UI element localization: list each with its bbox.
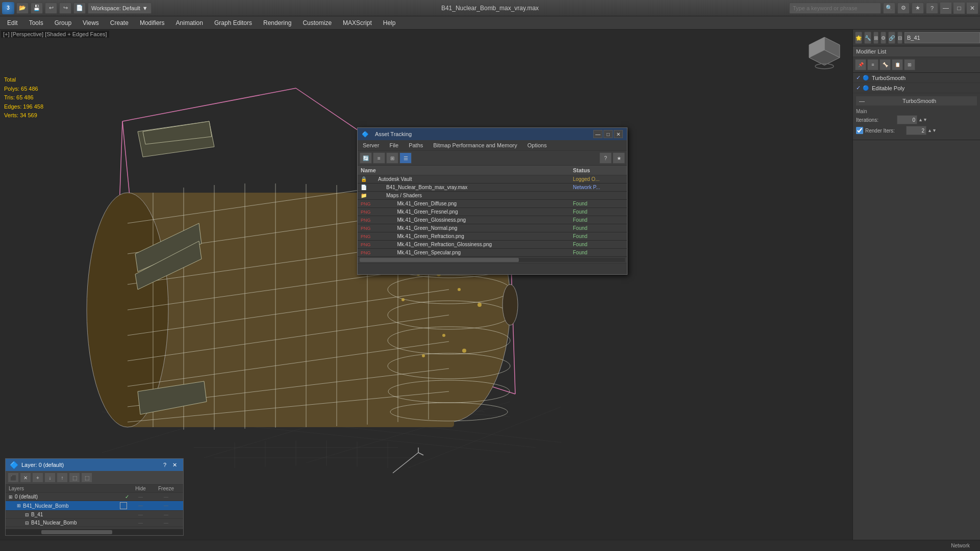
layer-row-1[interactable]: ⊞ B41_Nuclear_Bomb — —: [6, 501, 183, 511]
asset-tb-btn-3[interactable]: ⊞: [386, 152, 398, 164]
redo-button[interactable]: ↪: [59, 3, 71, 14]
layer-col-name: Layers: [9, 486, 129, 491]
mod-icon-paste[interactable]: 📋: [892, 59, 903, 70]
open-button[interactable]: 📂: [16, 3, 29, 14]
asset-scrollbar[interactable]: [360, 258, 625, 262]
stats-tris: Tris: 65 486: [4, 93, 43, 102]
layer-scrollbar-thumb[interactable]: [41, 530, 112, 534]
layer-row-3[interactable]: ⊟ B41_Nuclear_Bomb — —: [6, 519, 183, 527]
modifier-turbosmooth[interactable]: ✓ 🔵 TurboSmooth: [853, 73, 980, 83]
asset-tb-btn-1[interactable]: 🔄: [360, 152, 372, 164]
menu-modifiers[interactable]: Modifiers: [135, 18, 170, 28]
layer-tb-btn-5[interactable]: ⬚: [69, 473, 80, 483]
layer-tb-btn-down[interactable]: ↓: [44, 473, 56, 483]
asset-row-9[interactable]: PNG Mk.41_Green_Specular.png Found: [358, 249, 627, 257]
maximize-button[interactable]: □: [953, 3, 965, 14]
layer-tb-btn-6[interactable]: ⬚: [81, 473, 92, 483]
asset-status-1: Network P...: [573, 185, 624, 190]
ts-main-label: Main: [856, 108, 977, 115]
mod-icon-list[interactable]: ≡: [867, 59, 878, 70]
layer-table-header: Layers Hide Freeze: [6, 485, 183, 493]
asset-menu-file[interactable]: File: [384, 140, 404, 150]
asset-tb-btn-4[interactable]: ☰: [399, 152, 412, 164]
mod-icon-pin[interactable]: 📌: [855, 59, 866, 70]
search-input[interactable]: [789, 3, 881, 14]
layer-tb-btn-up[interactable]: ↑: [57, 473, 68, 483]
asset-tb-btn-help[interactable]: ?: [599, 152, 612, 164]
asset-row-5[interactable]: PNG Mk.41_Green_Glossiness.png Found: [358, 216, 627, 224]
mod-icon-extra[interactable]: ⊞: [904, 59, 915, 70]
menu-help[interactable]: Help: [378, 18, 401, 28]
save-button[interactable]: 💾: [31, 3, 43, 14]
menu-bar: Edit Tools Group Views Create Modifiers …: [0, 16, 980, 30]
favorites-icon[interactable]: ★: [912, 3, 924, 14]
status-bar: Network: [0, 540, 980, 551]
layer-tb-btn-add[interactable]: +: [32, 473, 43, 483]
mod-icon-bone[interactable]: 🦴: [880, 59, 891, 70]
menu-animation[interactable]: Animation: [171, 18, 208, 28]
asset-row-4[interactable]: PNG Mk.41_Green_Fresnel.png Found: [358, 208, 627, 216]
help-icon[interactable]: ?: [926, 3, 938, 14]
menu-edit[interactable]: Edit: [2, 18, 23, 28]
panel-icon-btn-1[interactable]: 🌟: [855, 32, 862, 44]
search-icon[interactable]: 🔍: [883, 3, 895, 14]
asset-menu-bitmap[interactable]: Bitmap Performance and Memory: [428, 140, 522, 150]
object-name-input[interactable]: [904, 32, 980, 43]
asset-row-1[interactable]: 📄 B41_Nuclear_Bomb_max_vray.max Network …: [358, 183, 627, 192]
modifier-editable-poly[interactable]: ✓ 🔵 Editable Poly: [853, 83, 980, 93]
undo-button[interactable]: ↩: [45, 3, 57, 14]
menu-graph-editors[interactable]: Graph Editors: [209, 18, 257, 28]
asset-row-0[interactable]: 🔒 Autodesk Vault Logged O...: [358, 175, 627, 183]
ts-render-iters-checkbox[interactable]: [856, 127, 863, 134]
menu-tools[interactable]: Tools: [24, 18, 48, 28]
menu-group[interactable]: Group: [49, 18, 77, 28]
ts-collapse-btn[interactable]: —: [859, 98, 865, 104]
ts-render-iters-input[interactable]: [906, 126, 926, 135]
asset-row-7[interactable]: PNG Mk.41_Green_Refraction.png Found: [358, 232, 627, 241]
menu-customize[interactable]: Customize: [297, 18, 337, 28]
asset-status-6: Found: [573, 225, 624, 231]
panel-icon-btn-6[interactable]: ⊟: [897, 32, 902, 44]
layer-row-2[interactable]: ⊟ B_41 — —: [6, 511, 183, 519]
layer-tb-btn-1[interactable]: ⬛: [8, 473, 19, 483]
new-button[interactable]: 📄: [73, 3, 86, 14]
asset-status-0: Logged O...: [573, 176, 624, 182]
layer-close-btn[interactable]: ✕: [170, 462, 179, 468]
asset-scrollbar-thumb[interactable]: [360, 258, 519, 262]
menu-maxscript[interactable]: MAXScript: [338, 18, 377, 28]
settings-icon[interactable]: ⚙: [897, 3, 910, 14]
asset-tb-btn-2[interactable]: ≡: [373, 152, 385, 164]
asset-name-1: B41_Nuclear_Bomb_max_vray.max: [370, 185, 573, 190]
panel-icon-btn-4[interactable]: ⚙: [881, 32, 886, 44]
asset-row-8[interactable]: PNG Mk.41_Green_Refraction_Glossiness.pn…: [358, 241, 627, 249]
panel-icon-btn-2[interactable]: 🔧: [864, 32, 871, 44]
asset-row-6[interactable]: PNG Mk.41_Green_Normal.png Found: [358, 224, 627, 232]
minimize-button[interactable]: —: [940, 3, 951, 14]
layer-scrollbar[interactable]: [6, 529, 183, 535]
layer-hide-1: —: [129, 503, 152, 508]
close-button[interactable]: ✕: [967, 3, 978, 14]
asset-row-3[interactable]: PNG Mk.41_Green_Diffuse.png Found: [358, 200, 627, 208]
asset-status-3: Found: [573, 201, 624, 206]
asset-tb-btn-extra[interactable]: ★: [613, 152, 625, 164]
ts-iterations-input[interactable]: [897, 115, 917, 124]
menu-create[interactable]: Create: [105, 18, 134, 28]
menu-views[interactable]: Views: [78, 18, 104, 28]
asset-menu-options[interactable]: Options: [522, 140, 552, 150]
workspace-selector[interactable]: Workspace: Default ▼: [88, 3, 152, 14]
asset-menu-paths[interactable]: Paths: [404, 140, 428, 150]
asset-minimize-btn[interactable]: —: [593, 130, 602, 138]
nav-cube[interactable]: [807, 35, 842, 70]
panel-icon-btn-3[interactable]: ⊞: [873, 32, 878, 44]
layer-col-freeze: Freeze: [152, 486, 180, 491]
panel-icon-btn-5[interactable]: 🔗: [888, 32, 895, 44]
modifier-list-label[interactable]: Modifier List: [853, 46, 980, 57]
layer-tb-btn-2[interactable]: ✕: [20, 473, 31, 483]
asset-row-2[interactable]: 📁 Maps / Shaders: [358, 192, 627, 200]
asset-close-btn[interactable]: ✕: [614, 130, 623, 138]
layer-row-0[interactable]: ⊞ 0 (default) ✓ — —: [6, 493, 183, 501]
asset-maximize-btn[interactable]: □: [604, 130, 613, 138]
asset-menu-server[interactable]: Server: [358, 140, 384, 150]
menu-rendering[interactable]: Rendering: [258, 18, 296, 28]
layer-help-btn[interactable]: ?: [161, 462, 168, 468]
